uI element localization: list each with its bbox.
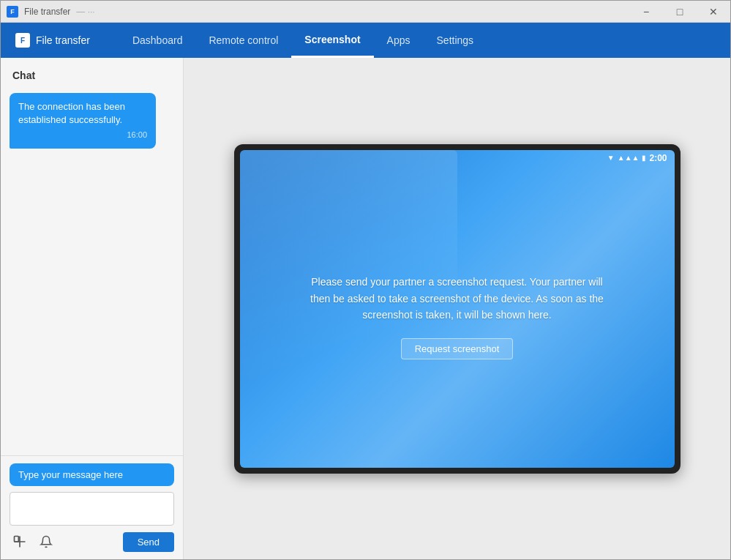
minimize-button[interactable]: −: [629, 1, 663, 23]
content-area: ▼ ▲▲▲ ▮ 2:00 Please send your partner a …: [184, 58, 730, 559]
status-time: 2:00: [649, 153, 667, 163]
chat-message-time: 16:00: [18, 130, 147, 141]
screenshot-message: Please send your partner a screenshot re…: [304, 274, 611, 323]
titlebar: F File transfer — ··· − □ ✕: [1, 1, 730, 23]
window-controls: − □ ✕: [629, 1, 730, 23]
chat-input-hint: Type your message here: [10, 463, 174, 486]
battery-icon: ▮: [642, 154, 646, 162]
brand-icon: F: [15, 33, 30, 48]
close-button[interactable]: ✕: [697, 1, 730, 23]
notification-icon[interactable]: [36, 531, 56, 552]
nav-item-screenshot[interactable]: Screenshot: [291, 23, 373, 58]
status-icons: ▼ ▲▲▲ ▮ 2:00: [607, 153, 667, 163]
signal-icon: ▲▲▲: [618, 154, 640, 162]
navbar-brand: F File transfer: [15, 33, 90, 48]
maximize-button[interactable]: □: [663, 1, 697, 23]
chat-input[interactable]: [10, 492, 174, 526]
titlebar-left: F File transfer — ···: [7, 6, 95, 18]
navbar-nav: Dashboard Remote control Screenshot Apps…: [119, 23, 487, 58]
window-subtitle: — ···: [76, 7, 94, 17]
app-icon: F: [7, 6, 18, 18]
svg-rect-0: [15, 537, 19, 542]
device-screen: ▼ ▲▲▲ ▮ 2:00 Please send your partner a …: [240, 150, 675, 468]
chat-label: Chat: [1, 58, 183, 87]
brand-name: File transfer: [36, 34, 90, 46]
chat-messages: The connection has been established succ…: [1, 87, 183, 455]
device-statusbar: ▼ ▲▲▲ ▮ 2:00: [240, 150, 675, 166]
navbar: F File transfer Dashboard Remote control…: [1, 23, 730, 58]
device-content: Please send your partner a screenshot re…: [240, 166, 675, 468]
nav-item-apps[interactable]: Apps: [374, 23, 424, 58]
nav-item-settings[interactable]: Settings: [424, 23, 487, 58]
window-title: File transfer: [24, 7, 70, 17]
nav-item-remote-control[interactable]: Remote control: [195, 23, 291, 58]
sidebar-bottom: Type your message here Send: [1, 455, 183, 559]
chat-message-text: The connection has been established succ…: [18, 101, 125, 125]
attachment-icon[interactable]: [10, 531, 30, 552]
request-screenshot-button[interactable]: Request screenshot: [401, 338, 514, 359]
send-button[interactable]: Send: [123, 532, 174, 552]
device-frame: ▼ ▲▲▲ ▮ 2:00 Please send your partner a …: [234, 144, 681, 474]
sidebar: Chat The connection has been established…: [1, 58, 184, 559]
nav-item-dashboard[interactable]: Dashboard: [119, 23, 196, 58]
wifi-icon: ▼: [607, 154, 615, 162]
main-layout: Chat The connection has been established…: [1, 58, 730, 559]
chat-bubble: The connection has been established succ…: [10, 93, 156, 149]
chat-actions: Send: [10, 531, 174, 552]
